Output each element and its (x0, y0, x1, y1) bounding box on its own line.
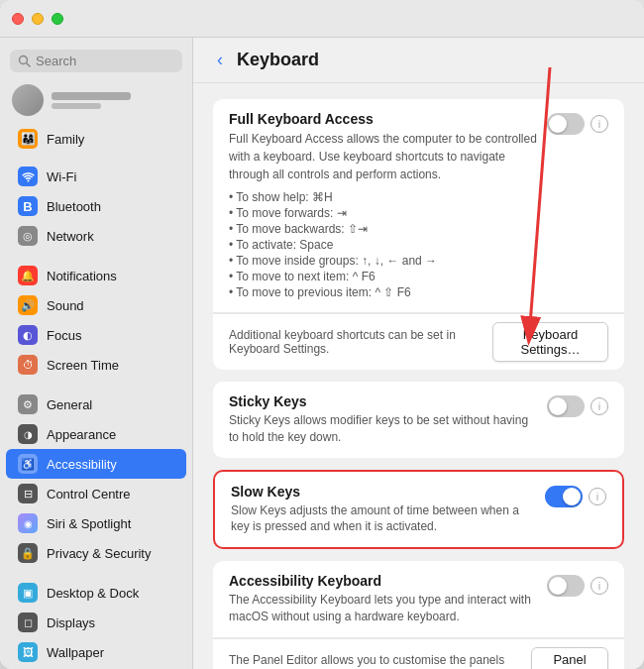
sidebar-label-notifications: Notifications (47, 269, 117, 283)
svg-line-1 (27, 63, 30, 66)
full-keyboard-access-info[interactable]: i (590, 115, 608, 133)
sidebar-label-siri: Siri & Spotlight (47, 516, 131, 531)
sidebar-label-wifi: Wi-Fi (47, 169, 76, 184)
slow-keys-section: Slow Keys Slow Keys adjusts the amount o… (213, 470, 624, 550)
close-button[interactable] (12, 13, 24, 25)
accessibility-keyboard-title: Accessibility Keyboard (229, 573, 537, 589)
full-keyboard-access-section: Full Keyboard Access Full Keyboard Acces… (213, 99, 624, 370)
sidebar-item-sound[interactable]: 🔊 Sound (6, 290, 186, 320)
keyboard-settings-button[interactable]: Keyboard Settings… (492, 322, 608, 362)
sidebar-item-siri[interactable]: ◉ Siri & Spotlight (6, 508, 186, 538)
wifi-icon (18, 167, 38, 186)
detail-container: ‹ Keyboard Full Keyboard Access Full Key… (193, 38, 644, 669)
slow-keys-desc: Slow Keys adjusts the amount of time bet… (231, 502, 535, 536)
search-input[interactable] (36, 54, 174, 68)
sidebar-item-general[interactable]: ⚙ General (6, 390, 186, 419)
detail-header: ‹ Keyboard (193, 38, 644, 83)
sidebar-label-appearance: Appearance (47, 427, 116, 442)
sidebar-item-wifi[interactable]: Wi-Fi (6, 162, 186, 191)
slow-keys-row: Slow Keys Slow Keys adjusts the amount o… (215, 472, 622, 548)
back-button[interactable]: ‹ (213, 50, 227, 70)
full-keyboard-access-bullets: • To show help: ⌘H • To move forwards: ⇥… (229, 189, 537, 300)
privacy-icon: 🔒 (18, 543, 38, 563)
panel-editor-button[interactable]: Panel Editor… (531, 647, 608, 669)
sidebar-item-desktop[interactable]: ▣ Desktop & Dock (6, 578, 186, 608)
slow-keys-toggle[interactable] (545, 486, 583, 507)
sidebar-item-privacy[interactable]: 🔒 Privacy & Security (6, 538, 186, 568)
sidebar-section-display: ▣ Desktop & Dock ◻ Displays 🖼 Wallpaper … (0, 578, 192, 669)
sidebar-label-network: Network (47, 229, 94, 244)
sidebar-label-privacy: Privacy & Security (47, 546, 151, 561)
sticky-keys-row: Sticky Keys Sticky Keys allows modifier … (213, 382, 624, 458)
sidebar-user[interactable] (0, 80, 192, 120)
appearance-icon: ◑ (18, 424, 38, 444)
sticky-keys-controls: i (547, 395, 608, 417)
sidebar-section-network: Wi-Fi B Bluetooth ◎ Network (0, 162, 192, 251)
toggle-thumb (549, 115, 567, 133)
full-keyboard-access-content: Full Keyboard Access Full Keyboard Acces… (229, 111, 537, 300)
sidebar-label-wallpaper: Wallpaper (47, 645, 104, 660)
siri-icon: ◉ (18, 513, 38, 533)
avatar (12, 84, 44, 116)
accessibility-keyboard-info[interactable]: i (590, 577, 608, 595)
sidebar: 👨‍👩‍👧 Family Wi-Fi B Bluetooth (0, 38, 193, 669)
bullet-1: • To show help: ⌘H (229, 189, 537, 205)
sidebar-label-bluetooth: Bluetooth (47, 199, 101, 214)
sticky-keys-desc: Sticky Keys allows modifier keys to be s… (229, 412, 537, 446)
sidebar-item-network[interactable]: ◎ Network (6, 221, 186, 251)
wallpaper-icon: 🖼 (18, 642, 38, 662)
bullet-6: • To move to next item: ^ F6 (229, 269, 537, 284)
sidebar-item-wallpaper[interactable]: 🖼 Wallpaper (6, 637, 186, 667)
full-keyboard-access-title: Full Keyboard Access (229, 111, 537, 127)
sticky-keys-toggle[interactable] (547, 395, 585, 417)
minimize-button[interactable] (32, 13, 44, 25)
sidebar-section-general: ⚙ General ◑ Appearance ♿ Accessibility ⊟… (0, 390, 192, 568)
accessibility-keyboard-desc: The Accessibility Keyboard lets you type… (229, 592, 537, 625)
sidebar-label-general: General (47, 397, 92, 412)
sidebar-item-screentime[interactable]: ⏱ Screen Time (6, 350, 186, 380)
sticky-keys-content: Sticky Keys Sticky Keys allows modifier … (229, 393, 537, 446)
sidebar-label-screentime: Screen Time (47, 358, 119, 373)
accessibility-keyboard-controls: i (547, 575, 608, 597)
accessibility-icon: ♿ (18, 454, 38, 474)
maximize-button[interactable] (52, 13, 63, 25)
accessibility-keyboard-toggle[interactable] (547, 575, 585, 597)
bullet-3: • To move backwards: ⇧⇥ (229, 221, 537, 237)
detail-panel: ‹ Keyboard Full Keyboard Access Full Key… (193, 38, 644, 669)
desktop-icon: ▣ (18, 583, 38, 603)
sidebar-item-focus[interactable]: ◐ Focus (6, 320, 186, 350)
bluetooth-icon: B (18, 196, 38, 216)
sidebar-label-accessibility: Accessibility (47, 457, 117, 472)
full-keyboard-access-row: Full Keyboard Access Full Keyboard Acces… (213, 99, 624, 313)
title-bar (0, 0, 644, 38)
sidebar-section-notifications: 🔔 Notifications 🔊 Sound ◐ Focus ⏱ Screen… (0, 261, 192, 380)
sound-icon: 🔊 (18, 295, 38, 315)
general-icon: ⚙ (18, 394, 38, 414)
sidebar-item-accessibility[interactable]: ♿ Accessibility (6, 449, 186, 479)
full-keyboard-access-controls: i (547, 113, 608, 135)
panel-editor-desc: The Panel Editor allows you to customise… (229, 653, 531, 669)
sidebar-item-controlcentre[interactable]: ⊟ Control Centre (6, 479, 186, 508)
screentime-icon: ⏱ (18, 355, 38, 375)
bullet-4: • To activate: Space (229, 237, 537, 253)
family-icon: 👨‍👩‍👧 (18, 129, 38, 149)
search-box[interactable] (10, 50, 182, 72)
sticky-keys-info[interactable]: i (590, 397, 608, 415)
bullet-2: • To move forwards: ⇥ (229, 205, 537, 221)
slow-keys-content: Slow Keys Slow Keys adjusts the amount o… (231, 484, 535, 536)
sidebar-label-sound: Sound (47, 298, 84, 313)
detail-body: Full Keyboard Access Full Keyboard Acces… (193, 83, 644, 669)
search-icon (18, 55, 31, 67)
full-keyboard-access-toggle[interactable] (547, 113, 585, 135)
sticky-keys-section: Sticky Keys Sticky Keys allows modifier … (213, 382, 624, 458)
slow-keys-thumb (563, 488, 581, 505)
bullet-5: • To move inside groups: ↑, ↓, ← and → (229, 253, 537, 269)
slow-keys-info[interactable]: i (589, 488, 606, 505)
sidebar-item-appearance[interactable]: ◑ Appearance (6, 419, 186, 449)
sidebar-item-family[interactable]: 👨‍👩‍👧 Family (6, 124, 186, 154)
panel-editor-row: The Panel Editor allows you to customise… (213, 638, 624, 669)
sidebar-item-displays[interactable]: ◻ Displays (6, 608, 186, 637)
sidebar-item-notifications[interactable]: 🔔 Notifications (6, 261, 186, 290)
sidebar-item-bluetooth[interactable]: B Bluetooth (6, 191, 186, 221)
sticky-keys-title: Sticky Keys (229, 393, 537, 409)
